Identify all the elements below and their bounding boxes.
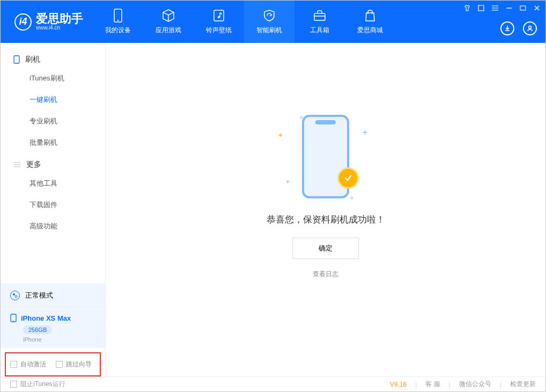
device-type: iPhone — [23, 336, 95, 343]
sidebar-item-batch-flash[interactable]: 批量刷机 — [1, 132, 105, 153]
svg-rect-7 — [478, 5, 484, 11]
auto-activate-checkbox[interactable]: 自动激活 — [10, 360, 46, 369]
customer-service-link[interactable]: 客 服 — [425, 380, 440, 389]
sidebar-item-oneclick-flash[interactable]: 一键刷机 — [1, 89, 105, 110]
download-button[interactable] — [500, 21, 514, 35]
top-nav: 我的设备 应用游戏 铃声壁纸 智能刷机 工具箱 — [93, 1, 395, 43]
success-check-icon — [337, 167, 359, 189]
bottom-checks-highlight: 自动激活 跳过向导 — [5, 352, 101, 376]
svg-rect-2 — [214, 10, 224, 21]
maximize-button[interactable] — [519, 4, 527, 12]
plus-icon: + — [363, 128, 367, 137]
plus-icon: + — [286, 178, 290, 186]
close-button[interactable] — [533, 4, 541, 12]
nav-ringtones-wallpapers[interactable]: 铃声壁纸 — [194, 1, 244, 43]
svg-point-19 — [13, 293, 15, 295]
svg-point-6 — [529, 26, 532, 29]
menu-icon[interactable] — [491, 4, 499, 12]
music-note-icon — [212, 9, 226, 23]
success-illustration: ✦ + + — [267, 108, 385, 205]
main-content: ✦ + + 恭喜您，保资料刷机成功啦！ 确定 查看日志 — [106, 43, 545, 376]
sidebar: 刷机 iTunes刷机 一键刷机 专业刷机 批量刷机 更多 其他工具 下载固件 … — [1, 43, 106, 376]
shirt-icon[interactable] — [463, 4, 471, 12]
success-message: 恭喜您，保资料刷机成功啦！ — [267, 213, 385, 226]
svg-point-1 — [117, 20, 119, 21]
view-log-link[interactable]: 查看日志 — [313, 270, 338, 279]
sidebar-section-more: 更多 — [1, 153, 105, 173]
app-header: i4 爱思助手 www.i4.cn 我的设备 应用游戏 铃声壁纸 — [1, 1, 545, 43]
svg-point-22 — [13, 320, 14, 321]
wechat-link[interactable]: 微信公众号 — [459, 380, 491, 389]
logo-icon: i4 — [14, 13, 32, 31]
user-button[interactable] — [523, 21, 537, 35]
phone-icon — [111, 9, 125, 23]
window-controls — [463, 4, 541, 12]
shopping-bag-icon — [363, 9, 377, 23]
block-itunes-checkbox[interactable]: 阻止iTunes运行 — [10, 380, 65, 389]
svg-rect-4 — [314, 13, 325, 20]
sidebar-item-advanced[interactable]: 高级功能 — [1, 216, 105, 237]
skip-guide-checkbox[interactable]: 跳过向导 — [56, 360, 92, 369]
mode-card[interactable]: 正常模式 — [1, 284, 105, 307]
nav-store[interactable]: 爱思商城 — [345, 1, 395, 43]
toolbox-icon — [313, 9, 327, 23]
nav-apps-games[interactable]: 应用游戏 — [143, 1, 194, 43]
ok-button[interactable]: 确定 — [292, 238, 359, 259]
svg-rect-15 — [14, 56, 19, 63]
sidebar-item-other-tools[interactable]: 其他工具 — [1, 173, 105, 194]
mode-label: 正常模式 — [25, 291, 53, 300]
svg-point-3 — [218, 16, 220, 18]
nav-smart-flash[interactable]: 智能刷机 — [244, 1, 294, 43]
list-icon — [13, 161, 21, 168]
sparkle-icon: ✦ — [277, 131, 284, 139]
sidebar-item-download-firmware[interactable]: 下载固件 — [1, 194, 105, 216]
header-right-buttons — [500, 21, 537, 35]
phone-outline-icon — [13, 55, 20, 64]
mode-icon — [10, 291, 20, 300]
sidebar-section-flash: 刷机 — [1, 48, 105, 68]
sidebar-item-pro-flash[interactable]: 专业刷机 — [1, 110, 105, 132]
svg-point-20 — [15, 295, 17, 298]
nav-toolbox[interactable]: 工具箱 — [294, 1, 345, 43]
app-name: 爱思助手 — [36, 13, 83, 25]
minimize-button[interactable] — [505, 4, 513, 12]
dot-icon — [350, 196, 353, 199]
refresh-shield-icon — [262, 9, 276, 23]
device-name: iPhone XS Max — [21, 314, 71, 322]
version-label: V8.16 — [390, 381, 407, 388]
square-icon[interactable] — [477, 4, 485, 12]
cube-icon — [161, 9, 175, 23]
device-storage-badge: 256GB — [23, 326, 52, 334]
sidebar-item-itunes-flash[interactable]: iTunes刷机 — [1, 68, 105, 89]
device-phone-icon — [10, 314, 17, 322]
svg-rect-12 — [520, 6, 526, 10]
app-url: www.i4.cn — [36, 25, 83, 31]
status-bar: 阻止iTunes运行 V8.16 | 客 服 | 微信公众号 | 检查更新 — [1, 376, 545, 391]
nav-my-device[interactable]: 我的设备 — [93, 1, 143, 43]
device-card[interactable]: iPhone XS Max 256GB iPhone — [1, 307, 105, 348]
app-logo: i4 爱思助手 www.i4.cn — [1, 13, 93, 31]
check-update-link[interactable]: 检查更新 — [510, 380, 536, 389]
